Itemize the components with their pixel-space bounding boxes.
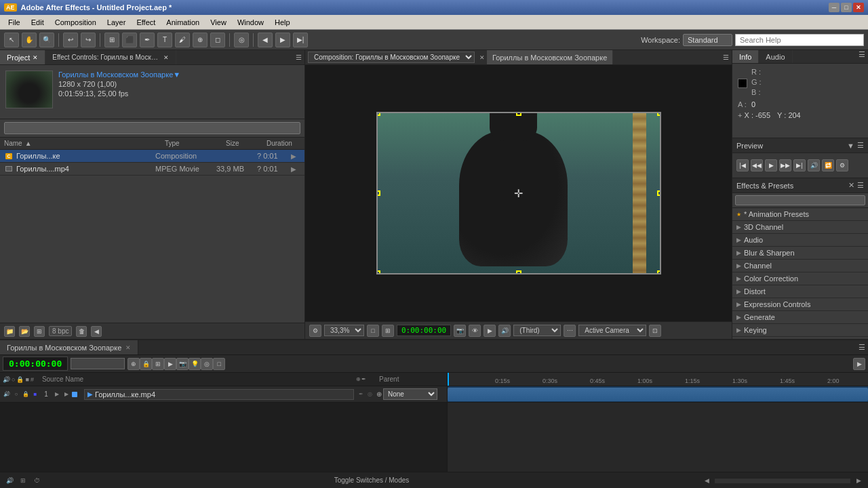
transform-handle-tl[interactable] bbox=[376, 112, 380, 116]
effects-search-input[interactable] bbox=[735, 195, 865, 205]
stamp-tool[interactable]: ⊕ bbox=[193, 33, 208, 47]
zoom-select[interactable]: 33,3% bbox=[324, 325, 364, 336]
nav-prev[interactable]: ◀ bbox=[258, 33, 273, 47]
timeline-scrollbar-h[interactable] bbox=[715, 478, 850, 483]
tl-camera-btn[interactable]: 📷 bbox=[176, 358, 189, 370]
prev-play[interactable]: ▶ bbox=[765, 159, 777, 171]
transform-handle-bc[interactable] bbox=[516, 270, 521, 274]
effects-menu[interactable]: ☰ bbox=[857, 181, 864, 190]
comp-panel-menu[interactable]: ☰ bbox=[723, 54, 729, 61]
roto-tool[interactable]: ◎ bbox=[234, 33, 249, 47]
selection-tool[interactable]: ↖ bbox=[4, 33, 19, 47]
layer-sw-1[interactable]: ✒ bbox=[357, 390, 365, 399]
layer-expand-btn[interactable]: ▶ bbox=[53, 390, 61, 399]
snap-btn[interactable]: ⊞ bbox=[104, 33, 119, 47]
menu-item-window[interactable]: Window bbox=[232, 17, 269, 28]
pen-tool[interactable]: ✒ bbox=[140, 33, 155, 47]
transform-handle-bl[interactable] bbox=[376, 270, 380, 274]
mask-btn[interactable]: ⬛ bbox=[122, 33, 137, 47]
workspace-dropdown[interactable]: Standard bbox=[683, 34, 732, 46]
item-btn-0[interactable]: ▶ bbox=[291, 152, 300, 160]
transform-handle-tc[interactable] bbox=[516, 112, 521, 116]
transform-handle-lc[interactable] bbox=[376, 190, 380, 196]
menu-item-help[interactable]: Help bbox=[269, 17, 296, 28]
prev-play-audio[interactable]: ▶▶ bbox=[779, 159, 791, 171]
timeline-playhead[interactable] bbox=[448, 373, 449, 386]
render-btn[interactable]: ▶ bbox=[484, 325, 496, 337]
tab-effect-controls[interactable]: Effect Controls: Гориллы в Московском ✕ bbox=[45, 50, 176, 64]
effects-close[interactable]: ✕ bbox=[848, 181, 854, 190]
col-header-name[interactable]: Name ▲ bbox=[4, 140, 165, 147]
audio-btn[interactable]: 🔊 bbox=[498, 325, 511, 337]
prev-loop[interactable]: 🔁 bbox=[822, 159, 834, 171]
full-screen-btn[interactable]: ⊡ bbox=[649, 325, 661, 337]
transform-handle-rc[interactable] bbox=[657, 190, 661, 196]
effect-item-0[interactable]: ★* Animation Presets bbox=[732, 208, 868, 221]
tl-adj-btn[interactable]: ◎ bbox=[201, 358, 213, 370]
tl-nav-left[interactable]: ◀ bbox=[701, 475, 712, 486]
timeline-panel-menu[interactable]: ☰ bbox=[859, 343, 868, 352]
view-preset-select[interactable]: (Third) bbox=[513, 325, 561, 336]
layer-audio-btn[interactable]: 🔊 bbox=[3, 390, 11, 399]
tl-comp-panel-btn[interactable]: ⊞ bbox=[18, 475, 28, 486]
panel-menu-icon[interactable]: ☰ bbox=[296, 54, 302, 61]
prev-ram-preview[interactable]: 🔊 bbox=[808, 159, 820, 171]
comp-dropdown[interactable]: Composition: Гориллы в Московском Зоопар… bbox=[308, 52, 475, 63]
eraser-tool[interactable]: ◻ bbox=[210, 33, 225, 47]
preview-panel-menu[interactable]: ☰ bbox=[857, 141, 864, 150]
open-btn[interactable]: 📂 bbox=[19, 326, 30, 337]
viewer-settings-btn[interactable]: ⚙ bbox=[309, 325, 321, 337]
menu-item-edit[interactable]: Edit bbox=[26, 17, 50, 28]
effect-item-2[interactable]: ▶Audio bbox=[732, 234, 868, 247]
toggle-modes-label[interactable]: Toggle Switches / Modes bbox=[45, 476, 698, 484]
prev-last-frame[interactable]: ▶| bbox=[793, 159, 806, 171]
redo-btn[interactable]: ↪ bbox=[81, 33, 96, 47]
tl-expand-btn[interactable]: ▶ bbox=[853, 358, 865, 370]
effect-item-9[interactable]: ▶Keying bbox=[732, 324, 868, 337]
menu-item-view[interactable]: View bbox=[205, 17, 232, 28]
project-item-1[interactable]: Гориллы....mp4 MPEG Movie 33,9 MB ? 0:01… bbox=[0, 163, 304, 176]
menu-item-effect[interactable]: Effect bbox=[131, 17, 161, 28]
tl-null-btn[interactable]: □ bbox=[213, 358, 225, 370]
tab-info[interactable]: Info bbox=[732, 50, 759, 63]
nav-end[interactable]: ▶| bbox=[293, 33, 308, 47]
effect-item-6[interactable]: ▶Distort bbox=[732, 285, 868, 298]
tl-render-btn[interactable]: ▶ bbox=[164, 358, 176, 370]
hand-tool[interactable]: ✋ bbox=[22, 33, 37, 47]
timeline-tab-close[interactable]: ✕ bbox=[125, 344, 131, 351]
new-folder-btn[interactable]: 📁 bbox=[4, 326, 15, 337]
new-comp-btn[interactable]: ⊞ bbox=[34, 326, 45, 337]
snapshot-btn[interactable]: 📷 bbox=[454, 325, 466, 337]
layer-sw-2[interactable]: ◎ bbox=[366, 390, 374, 399]
prev-prev-frame[interactable]: ◀◀ bbox=[751, 159, 763, 171]
tl-audio-graph-btn[interactable]: 🔊 bbox=[4, 475, 15, 486]
layer-label-btn[interactable]: ■ bbox=[31, 390, 39, 399]
effect-item-7[interactable]: ▶Expression Controls bbox=[732, 298, 868, 311]
project-item-0[interactable]: C Гориллы...ке Composition ? 0:01 ▶ bbox=[0, 150, 304, 163]
layer-color-btn[interactable] bbox=[72, 392, 77, 397]
item-btn-1[interactable]: ▶ bbox=[291, 165, 300, 173]
timeline-search-input[interactable] bbox=[71, 358, 125, 369]
prev-first-frame[interactable]: |◀ bbox=[736, 159, 749, 171]
transform-handle-tr[interactable] bbox=[657, 112, 661, 116]
layer-parent-select[interactable]: None bbox=[383, 388, 437, 400]
project-search-input[interactable] bbox=[4, 122, 300, 134]
nav-next[interactable]: ▶ bbox=[275, 33, 290, 47]
tl-lock-btn[interactable]: 🔒 bbox=[140, 358, 152, 370]
tl-time-nav-btn[interactable]: ⏱ bbox=[31, 475, 42, 486]
fit-btn[interactable]: □ bbox=[367, 325, 379, 337]
tl-comp-btn[interactable]: ⊞ bbox=[152, 358, 164, 370]
menu-item-file[interactable]: File bbox=[3, 17, 26, 28]
comp-tab-btn[interactable]: ✕ bbox=[477, 53, 487, 62]
maximize-button[interactable]: □ bbox=[841, 3, 852, 12]
menu-item-composition[interactable]: Composition bbox=[50, 17, 102, 28]
show-snapshot-btn[interactable]: 👁 bbox=[469, 325, 481, 337]
layer-name-area[interactable]: ▶ Гориллы...ке.mp4 bbox=[84, 389, 354, 400]
tl-nav-right[interactable]: ▶ bbox=[853, 475, 864, 486]
expand-btn[interactable]: ◀ bbox=[91, 326, 102, 337]
timeline-comp-tab[interactable]: Гориллы в Московском Зоопарке ✕ bbox=[0, 340, 138, 354]
effect-item-1[interactable]: ▶3D Channel bbox=[732, 221, 868, 234]
prev-settings[interactable]: ⚙ bbox=[836, 159, 848, 171]
tl-light-btn[interactable]: 💡 bbox=[189, 358, 201, 370]
minimize-button[interactable]: ─ bbox=[829, 3, 840, 12]
